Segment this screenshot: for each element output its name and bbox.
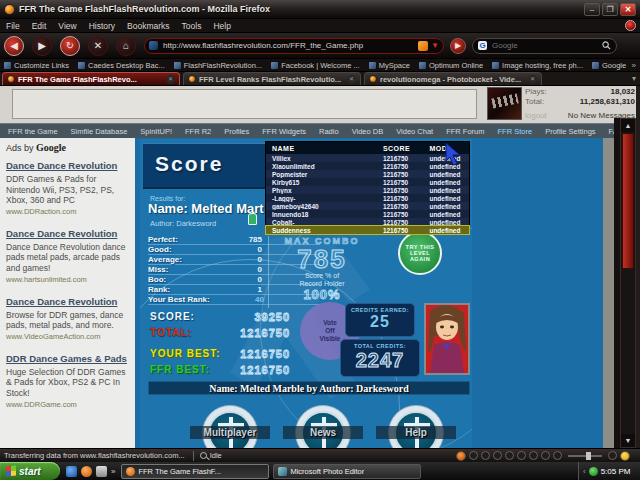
scrollbar-thumb[interactable] bbox=[622, 133, 634, 269]
taskbar-task-button[interactable]: Microsoft Photo Editor bbox=[273, 464, 421, 479]
tab-close-icon[interactable]: ✕ bbox=[166, 75, 175, 84]
site-nav-item[interactable]: Profiles bbox=[224, 127, 249, 136]
ad-title-link[interactable]: Dance Dance Revolution bbox=[6, 161, 129, 172]
site-nav-item[interactable]: Simfile Database bbox=[71, 127, 128, 136]
media-button[interactable] bbox=[529, 451, 538, 460]
menu-item[interactable]: Help bbox=[213, 21, 230, 31]
browser-tab[interactable]: FFR The Game FlashFlashRevo... ✕ bbox=[2, 72, 180, 85]
flash-nav-button[interactable]: Multiplayer bbox=[198, 405, 262, 448]
firefox-quicklaunch-icon[interactable] bbox=[81, 466, 92, 477]
close-button[interactable]: ✕ bbox=[620, 3, 636, 16]
minimize-button[interactable]: – bbox=[584, 3, 600, 16]
volume-slider[interactable] bbox=[568, 455, 602, 457]
bookmark-item[interactable]: FlashFlashRevolution... bbox=[174, 61, 262, 70]
tray-chevron-icon[interactable]: ‹ bbox=[583, 467, 586, 476]
ad-title-link[interactable]: Dance Dance Revolution bbox=[6, 297, 129, 308]
ad-url[interactable]: www.DDRaction.com bbox=[6, 207, 129, 216]
site-nav-item[interactable]: Radio bbox=[319, 127, 339, 136]
site-nav-item[interactable]: Video DB bbox=[352, 127, 384, 136]
menu-item[interactable]: View bbox=[58, 21, 76, 31]
media-button[interactable] bbox=[481, 451, 490, 460]
browser-tab[interactable]: revolutionomega - Photobucket - Vide... … bbox=[364, 72, 542, 85]
taskbar-task-button[interactable]: FFR The Game FlashF... bbox=[121, 464, 269, 479]
leaderboard-row[interactable]: Innuendo18 1216750 undefined bbox=[266, 210, 469, 218]
media-button[interactable] bbox=[505, 451, 514, 460]
scroll-down-icon[interactable]: ▼ bbox=[621, 434, 635, 447]
go-button[interactable]: ▶ bbox=[450, 38, 466, 54]
ad-title-link[interactable]: Dance Dance Revolution bbox=[6, 229, 129, 240]
leaderboard-row[interactable]: Cobalt- 1216750 undefined bbox=[266, 218, 469, 226]
leaderboard-row[interactable]: -Laggy- 1216750 undefined bbox=[266, 194, 469, 202]
leaderboard-row[interactable]: Xiaounlimited 1216750 undefined bbox=[266, 162, 469, 170]
forward-button[interactable]: ▶ bbox=[32, 36, 52, 56]
tray-status-icon[interactable] bbox=[589, 467, 598, 476]
theme-button[interactable] bbox=[625, 20, 636, 31]
bookmark-item[interactable]: MySpace bbox=[369, 61, 410, 70]
menu-item[interactable]: Bookmarks bbox=[127, 21, 170, 31]
search-input[interactable] bbox=[490, 40, 602, 51]
stop-button[interactable]: ✕ bbox=[88, 36, 108, 56]
site-nav-item[interactable]: SpinItUP! bbox=[140, 127, 172, 136]
clock[interactable]: 5:05 PM bbox=[601, 467, 631, 476]
site-nav-item[interactable]: FFR R2 bbox=[185, 127, 211, 136]
bookmark-item[interactable]: Image hosting, free ph... bbox=[492, 61, 583, 70]
ad-title-link[interactable]: DDR Dance Games & Pads bbox=[6, 354, 129, 365]
browser-tab[interactable]: FFR Level Ranks FlashFlashRevolutio... ✕ bbox=[183, 72, 361, 85]
leaderboard-row[interactable]: Kirby615 1216750 undefined bbox=[266, 178, 469, 186]
media-button[interactable] bbox=[493, 451, 502, 460]
leaderboard-row[interactable]: Phynx 1216750 undefined bbox=[266, 186, 469, 194]
bookmarks-overflow-chevron[interactable]: » bbox=[632, 61, 636, 70]
back-button[interactable]: ◀ bbox=[4, 36, 24, 56]
ad-url[interactable]: www.hartsunlimited.com bbox=[6, 275, 129, 284]
bookmark-item[interactable]: Facebook | Welcome ... bbox=[271, 61, 360, 70]
media-button[interactable] bbox=[608, 451, 617, 460]
logout-link[interactable]: logout bbox=[525, 111, 547, 121]
google-icon[interactable]: G bbox=[478, 41, 487, 50]
site-nav-item[interactable]: Video Chat bbox=[396, 127, 433, 136]
leaderboard-row[interactable]: Villiex 1216750 undefined bbox=[266, 154, 469, 162]
tab-close-icon[interactable]: ✕ bbox=[528, 75, 537, 84]
flash-game-area[interactable]: Score NAME SCORE MOD. Villiex 1216750 un… bbox=[140, 139, 472, 448]
media-button[interactable] bbox=[517, 451, 526, 460]
start-button[interactable]: start bbox=[0, 462, 60, 480]
title-bar[interactable]: FFR The Game FlashFlashRevolution.com - … bbox=[0, 0, 640, 19]
site-nav-item[interactable]: FFR the Game bbox=[8, 127, 58, 136]
ad-url[interactable]: www.DDRGame.com bbox=[6, 400, 129, 409]
site-nav-item[interactable]: FFR Forum bbox=[446, 127, 484, 136]
restore-button[interactable]: ❐ bbox=[602, 3, 618, 16]
try-level-again-button[interactable]: TRY THIS LEVEL AGAIN bbox=[398, 231, 442, 275]
tab-close-icon[interactable]: ✕ bbox=[347, 75, 356, 84]
url-input[interactable] bbox=[161, 40, 416, 51]
vertical-scrollbar[interactable]: ▲ ▼ bbox=[620, 118, 636, 448]
media-button[interactable] bbox=[553, 451, 562, 460]
magnifier-icon[interactable] bbox=[602, 41, 611, 50]
search-bar[interactable]: G bbox=[472, 38, 617, 54]
url-dropdown-icon[interactable]: ▼ bbox=[431, 41, 439, 50]
menu-item[interactable]: File bbox=[6, 21, 20, 31]
menu-item[interactable]: History bbox=[89, 21, 115, 31]
quicklaunch-overflow-chevron[interactable]: » bbox=[111, 467, 115, 476]
ad-url[interactable]: www.VideoGameAction.com bbox=[6, 332, 129, 341]
smiley-icon[interactable] bbox=[620, 451, 630, 461]
leaderboard-row[interactable]: Popmeister 1216750 undefined bbox=[266, 170, 469, 178]
profile-avatar[interactable] bbox=[487, 87, 522, 120]
flash-nav-button[interactable]: News bbox=[291, 405, 355, 448]
menu-item[interactable]: Edit bbox=[32, 21, 47, 31]
bookmark-item[interactable]: Google bbox=[592, 61, 626, 70]
bookmark-item[interactable]: Optimum Online bbox=[419, 61, 483, 70]
flash-nav-button[interactable]: Help bbox=[384, 405, 448, 448]
bookmark-item[interactable]: Caedes Desktop Bac... bbox=[78, 61, 165, 70]
ie-quicklaunch-icon[interactable] bbox=[66, 466, 77, 477]
leaderboard-table[interactable]: NAME SCORE MOD. Villiex 1216750 undefine… bbox=[265, 141, 470, 234]
foxytunes-icon[interactable] bbox=[456, 451, 466, 461]
scroll-up-icon[interactable]: ▲ bbox=[621, 119, 635, 132]
leaderboard-row[interactable]: gameboy42640 1216750 undefined bbox=[266, 202, 469, 210]
url-bar[interactable]: ▼ bbox=[144, 38, 444, 54]
site-nav-item[interactable]: FFR Store bbox=[498, 127, 533, 136]
menu-item[interactable]: Tools bbox=[182, 21, 202, 31]
leaderboard-row[interactable]: Suddenness 1216750 undefined bbox=[266, 226, 469, 234]
rss-icon[interactable] bbox=[418, 41, 428, 51]
desktop-quicklaunch-icon[interactable] bbox=[96, 466, 107, 477]
media-button[interactable] bbox=[469, 451, 478, 460]
site-nav-item[interactable]: FFR Widgets bbox=[262, 127, 306, 136]
